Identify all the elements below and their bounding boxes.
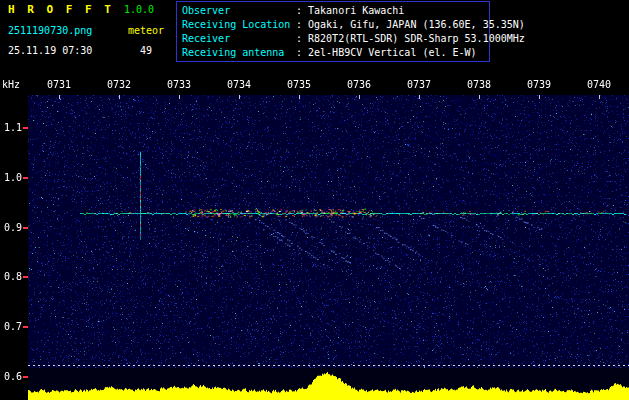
y-axis-tick-label: 1.1 xyxy=(0,122,22,133)
y-axis-tick-label: 1.0 xyxy=(0,172,22,183)
x-axis-tick-label: 0736 xyxy=(345,79,373,90)
observer-label: Observer xyxy=(182,4,296,18)
x-axis-tick-label: 0734 xyxy=(225,79,253,90)
x-axis-tick-label: 0740 xyxy=(585,79,613,90)
x-axis-tick-label: 0732 xyxy=(105,79,133,90)
info-row-antenna: Receiving antenna: 2el-HB9CV Vertical (e… xyxy=(182,46,489,60)
x-axis-tick-label: 0735 xyxy=(285,79,313,90)
antenna-value: : 2el-HB9CV Vertical (el. E-W) xyxy=(296,47,477,58)
observer-value: : Takanori Kawachi xyxy=(296,5,404,16)
station-info-panel: Observer: Takanori Kawachi Receiving Loc… xyxy=(176,1,490,62)
x-axis-tick-label: 0738 xyxy=(465,79,493,90)
location-label: Receiving Location xyxy=(182,18,296,32)
echo-count: 49 xyxy=(140,45,152,56)
antenna-label: Receiving antenna xyxy=(182,46,296,60)
y-axis-tick-label: 0.9 xyxy=(0,222,22,233)
x-axis-tick-label: 0737 xyxy=(405,79,433,90)
output-filename: 2511190730.png xyxy=(8,25,92,36)
app-title: H R O F F T xyxy=(8,3,114,16)
level-meter-canvas xyxy=(28,368,629,400)
y-axis-unit-label: kHz xyxy=(2,79,20,90)
location-value: : Ogaki, Gifu, JAPAN (136.60E, 35.35N) xyxy=(296,19,525,30)
x-axis-tick-label: 0739 xyxy=(525,79,553,90)
y-axis-tick-label: 0.6 xyxy=(0,371,22,382)
spectrogram-canvas xyxy=(28,95,629,368)
hrofft-window: H R O F F T 1.0.0 2511190730.png meteor … xyxy=(0,0,629,400)
info-row-location: Receiving Location: Ogaki, Gifu, JAPAN (… xyxy=(182,18,489,32)
y-axis-tick-label: 0.8 xyxy=(0,271,22,282)
x-axis-tick-label: 0733 xyxy=(165,79,193,90)
info-row-receiver: Receiver: R820T2(RTL-SDR) SDR-Sharp 53.1… xyxy=(182,32,489,46)
y-axis-tick-label: 0.7 xyxy=(0,321,22,332)
x-axis-tick-label: 0731 xyxy=(45,79,73,90)
app-version: 1.0.0 xyxy=(124,4,154,15)
observation-datetime: 25.11.19 07:30 xyxy=(8,45,92,56)
mode-label: meteor xyxy=(128,25,164,36)
receiver-label: Receiver xyxy=(182,32,296,46)
info-row-observer: Observer: Takanori Kawachi xyxy=(182,4,489,18)
receiver-value: : R820T2(RTL-SDR) SDR-Sharp 53.1000MHz xyxy=(296,33,525,44)
